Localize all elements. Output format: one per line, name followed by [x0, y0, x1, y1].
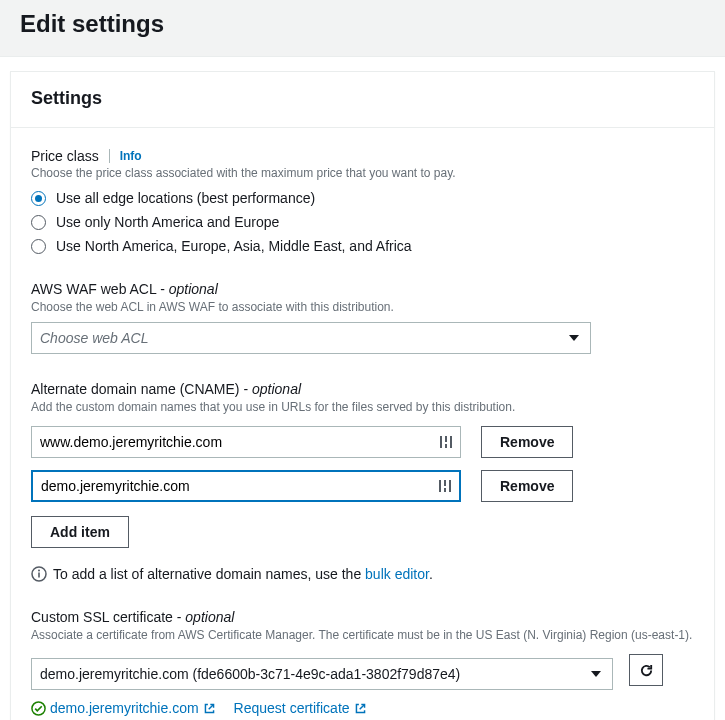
cname-item-row: Remove	[31, 426, 694, 458]
cname-hint: Add the custom domain names that you use…	[31, 400, 694, 414]
price-class-label-row: Price class Info	[31, 148, 694, 164]
price-class-label: Price class	[31, 148, 99, 164]
svg-rect-4	[439, 480, 441, 492]
request-certificate-text: Request certificate	[234, 700, 350, 716]
cname-label-row: Alternate domain name (CNAME) - optional	[31, 380, 694, 398]
radio-icon	[31, 215, 46, 230]
columns-icon	[440, 436, 452, 448]
svg-rect-0	[440, 436, 442, 448]
cname-note: To add a list of alternative domain name…	[31, 566, 694, 582]
ssl-links: demo.jeremyritchie.com Request certifica…	[31, 700, 694, 716]
remove-button[interactable]: Remove	[481, 426, 573, 458]
ssl-row: demo.jeremyritchie.com (fde6600b-3c71-4e…	[31, 650, 694, 690]
waf-optional: optional	[169, 281, 218, 297]
cname-input-wrap	[31, 426, 461, 458]
ssl-select[interactable]: demo.jeremyritchie.com (fde6600b-3c71-4e…	[31, 658, 613, 690]
radio-icon	[31, 191, 46, 206]
settings-card-body: Price class Info Choose the price class …	[11, 128, 714, 720]
waf-select[interactable]: Choose web ACL	[31, 322, 591, 354]
price-class-radio-all[interactable]: Use all edge locations (best performance…	[31, 190, 694, 206]
ssl-select-value: demo.jeremyritchie.com (fde6600b-3c71-4e…	[40, 659, 578, 689]
add-item-row: Add item	[31, 516, 694, 548]
radio-label: Use only North America and Europe	[56, 214, 279, 230]
chevron-down-icon	[580, 659, 612, 689]
waf-label: AWS WAF web ACL	[31, 281, 156, 297]
chevron-down-icon	[558, 323, 590, 353]
waf-suffix: -	[156, 281, 168, 297]
cname-item-row: Remove	[31, 470, 694, 502]
price-class-radios: Use all edge locations (best performance…	[31, 190, 694, 254]
svg-rect-7	[449, 480, 451, 492]
settings-heading: Settings	[31, 88, 694, 109]
ssl-cert-link[interactable]: demo.jeremyritchie.com	[31, 700, 216, 716]
svg-rect-3	[450, 436, 452, 448]
price-class-section: Price class Info Choose the price class …	[31, 148, 694, 254]
cname-input[interactable]	[33, 472, 459, 500]
waf-hint: Choose the web ACL in AWS WAF to associa…	[31, 300, 694, 314]
radio-icon	[31, 239, 46, 254]
svg-rect-10	[38, 573, 40, 578]
request-certificate-link[interactable]: Request certificate	[234, 700, 367, 716]
bulk-editor-link[interactable]: bulk editor	[365, 566, 429, 582]
price-class-info-link[interactable]: Info	[120, 149, 142, 163]
cname-section: Alternate domain name (CNAME) - optional…	[31, 380, 694, 582]
external-link-icon	[354, 702, 367, 715]
divider-inline	[109, 149, 110, 163]
ssl-section: Custom SSL certificate - optional Associ…	[31, 608, 694, 716]
refresh-button[interactable]	[629, 654, 663, 686]
price-class-radio-na-eu-asia-me-af[interactable]: Use North America, Europe, Asia, Middle …	[31, 238, 694, 254]
svg-rect-2	[445, 444, 447, 448]
cname-optional: optional	[252, 381, 301, 397]
cname-label: Alternate domain name (CNAME)	[31, 381, 240, 397]
ssl-label: Custom SSL certificate	[31, 609, 173, 625]
waf-label-row: AWS WAF web ACL - optional	[31, 280, 694, 298]
info-icon	[31, 566, 47, 582]
cname-suffix: -	[240, 381, 252, 397]
settings-card: Settings Price class Info Choose the pri…	[10, 71, 715, 720]
page-title: Edit settings	[20, 10, 705, 38]
svg-rect-6	[444, 488, 446, 492]
remove-button[interactable]: Remove	[481, 470, 573, 502]
refresh-icon	[639, 663, 654, 678]
svg-rect-5	[444, 480, 446, 486]
price-class-hint: Choose the price class associated with t…	[31, 166, 694, 180]
ssl-label-row: Custom SSL certificate - optional	[31, 608, 694, 626]
external-link-icon	[203, 702, 216, 715]
waf-section: AWS WAF web ACL - optional Choose the we…	[31, 280, 694, 354]
ssl-optional: optional	[185, 609, 234, 625]
cname-note-suffix: .	[429, 566, 433, 582]
cname-note-prefix: To add a list of alternative domain name…	[53, 566, 365, 582]
price-class-radio-na-eu[interactable]: Use only North America and Europe	[31, 214, 694, 230]
radio-label: Use all edge locations (best performance…	[56, 190, 315, 206]
settings-card-header: Settings	[11, 72, 714, 117]
svg-point-9	[38, 570, 40, 572]
waf-select-placeholder: Choose web ACL	[40, 323, 556, 353]
ssl-cert-link-text: demo.jeremyritchie.com	[50, 700, 199, 716]
radio-label: Use North America, Europe, Asia, Middle …	[56, 238, 412, 254]
ssl-suffix: -	[173, 609, 185, 625]
svg-rect-1	[445, 436, 447, 442]
cname-input[interactable]	[32, 427, 460, 457]
add-item-button[interactable]: Add item	[31, 516, 129, 548]
cname-input-wrap	[31, 470, 461, 502]
ssl-hint: Associate a certificate from AWS Certifi…	[31, 628, 694, 642]
cname-note-text: To add a list of alternative domain name…	[53, 566, 433, 582]
columns-icon	[439, 480, 451, 492]
page-header: Edit settings	[0, 0, 725, 57]
check-circle-icon	[31, 701, 46, 716]
